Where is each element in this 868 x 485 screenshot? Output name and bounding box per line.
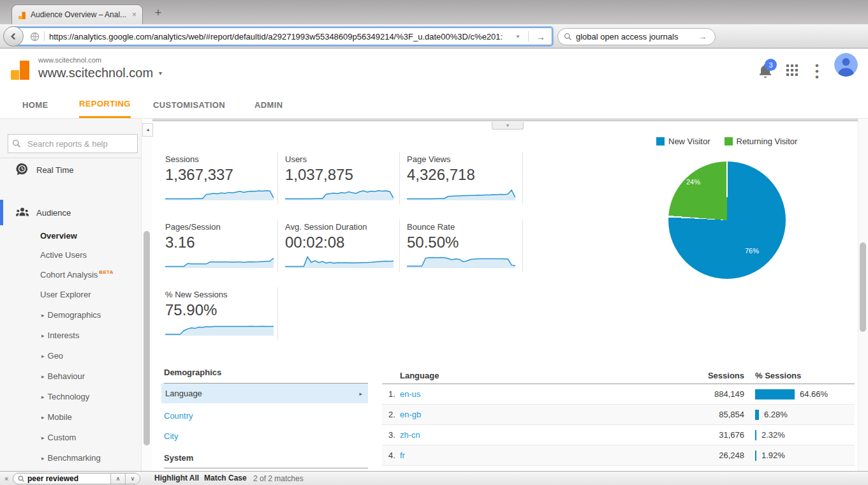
sidebar-item-cohort-analysis[interactable]: Cohort AnalysisBETA <box>40 269 114 280</box>
sidebar-item-custom[interactable]: ▸Custom <box>41 433 76 442</box>
sidebar-scrollbar-thumb[interactable] <box>143 231 150 445</box>
expand-triangle-icon: ▸ <box>41 312 45 318</box>
find-previous-button[interactable]: ∧ <box>110 473 125 484</box>
go-button[interactable]: → <box>533 31 548 42</box>
sidebar-item-geo[interactable]: ▸Geo <box>41 351 63 361</box>
legend-returning-visitor[interactable]: Returning Visitor <box>725 137 798 146</box>
language-link[interactable]: zh-cn <box>400 430 674 440</box>
row-rank: 3. <box>382 430 400 440</box>
notification-count-badge[interactable]: 3 <box>765 59 777 71</box>
account-name: www.scitechnol.com <box>38 56 101 64</box>
panel-expand-button[interactable]: ▼ <box>492 122 524 130</box>
metric-users: Users 1,037,875 <box>278 152 400 204</box>
search-bar[interactable]: global open access journals → <box>557 28 716 45</box>
url-text[interactable]: https://analytics.google.com/analytics/w… <box>49 32 512 41</box>
demographics-item-country[interactable]: Country <box>164 411 193 421</box>
table-row: 1. en-us 884,149 64.66% <box>382 384 855 405</box>
sidebar-item-mobile[interactable]: ▸Mobile <box>41 412 72 422</box>
find-bar: × ∧ ∨ Highlight All Match Case 2 of 2 ma… <box>0 471 868 485</box>
match-case-button[interactable]: Match Case <box>204 474 247 482</box>
sidebar-item-overview[interactable]: Overview <box>40 231 77 241</box>
sidebar-item-real-time[interactable]: Real Time <box>0 157 142 183</box>
new-sessions-sparkline <box>165 322 274 336</box>
browser-tab[interactable]: Audience Overview – Anal... × <box>11 4 143 24</box>
language-link[interactable]: en-gb <box>400 410 674 419</box>
property-selector[interactable]: www.scitechnol.com ▾ <box>38 66 162 80</box>
percent-bar <box>755 430 756 440</box>
metric-label: Sessions <box>165 154 277 164</box>
metric-label: Pages/Session <box>165 222 277 232</box>
percent-bar <box>755 389 795 399</box>
search-go-button[interactable]: → <box>696 32 709 41</box>
language-link[interactable]: en-us <box>400 389 674 399</box>
row-rank: 2. <box>382 410 400 419</box>
google-apps-icon[interactable] <box>786 64 798 79</box>
metric-value: 50.50% <box>407 234 522 251</box>
percent-bar <box>755 451 756 461</box>
sidebar-collapse-button[interactable]: ◂ <box>142 123 153 137</box>
find-next-button[interactable]: ∨ <box>125 473 140 484</box>
url-bar[interactable]: https://analytics.google.com/analytics/w… <box>14 27 552 45</box>
audience-people-icon <box>15 205 30 222</box>
sidebar-item-audience[interactable]: Audience <box>0 200 142 225</box>
expand-triangle-icon: ▸ <box>41 332 45 339</box>
find-close-icon[interactable]: × <box>4 475 8 482</box>
language-table: Language Sessions % Sessions 1. en-us 88… <box>382 368 855 466</box>
nav-customisation[interactable]: CUSTOMISATION <box>153 91 225 118</box>
percent-value: 2.32% <box>761 430 785 440</box>
sidebar-item-behaviour[interactable]: ▸Behaviour <box>41 371 85 381</box>
column-sessions[interactable]: Sessions <box>674 371 744 380</box>
tab-close-icon[interactable]: × <box>132 10 136 19</box>
visitor-type-pie-chart[interactable]: 76% 24% <box>668 161 786 279</box>
bounce-rate-sparkline <box>407 254 515 268</box>
row-rank: 4. <box>382 451 400 460</box>
back-button[interactable] <box>3 26 24 47</box>
sidebar-scrollbar[interactable] <box>142 119 152 471</box>
report-content: ▼ Sessions 1,367,337 Users 1,037,875 Pag… <box>152 119 868 471</box>
sidebar-item-technology[interactable]: ▸Technology <box>41 392 89 401</box>
highlight-all-button[interactable]: Highlight All <box>154 474 199 482</box>
legend-label: Returning Visitor <box>737 137 798 146</box>
new-visitor-swatch <box>656 137 665 146</box>
sidebar-search-icon <box>12 139 21 151</box>
metric-bounce-rate: Bounce Rate 50.50% <box>400 220 523 272</box>
legend-new-visitor[interactable]: New Visitor <box>656 137 710 146</box>
sidebar-item-demographics[interactable]: ▸Demographics <box>41 310 101 320</box>
nav-home[interactable]: HOME <box>22 91 48 118</box>
new-tab-button[interactable]: + <box>151 6 166 20</box>
system-section-title: System <box>164 453 368 468</box>
more-options-kebab-icon[interactable]: ••• <box>814 63 820 80</box>
sidebar-item-user-explorer[interactable]: User Explorer <box>40 290 91 299</box>
nav-reporting[interactable]: REPORTING <box>79 91 131 118</box>
percent-value: 1.92% <box>761 451 785 460</box>
demographics-item-language[interactable]: Language ▸ <box>161 384 368 403</box>
sidebar-item-active-users[interactable]: Active Users <box>40 250 87 260</box>
find-input[interactable] <box>25 474 110 483</box>
table-row: 4. fr 26,248 1.92% <box>382 445 855 466</box>
find-search-icon <box>18 475 25 482</box>
sidebar-item-interests[interactable]: ▸Interests <box>41 331 79 340</box>
sidebar-search-input[interactable] <box>8 134 138 153</box>
pages-session-sparkline <box>165 254 274 268</box>
column-language[interactable]: Language <box>382 371 674 380</box>
page-views-sparkline <box>407 186 515 200</box>
demographics-item-city[interactable]: City <box>164 431 178 441</box>
user-avatar[interactable] <box>834 53 858 77</box>
sessions-value: 26,248 <box>674 451 744 460</box>
column-percent-sessions[interactable]: % Sessions <box>744 371 855 380</box>
demographics-panel: Demographics Language ▸ <box>164 368 368 403</box>
sessions-sparkline <box>165 186 274 200</box>
table-row: 2. en-gb 85,854 6.28% <box>382 405 855 425</box>
page-scrollbar-thumb[interactable] <box>860 243 866 332</box>
nav-admin[interactable]: ADMIN <box>254 91 283 118</box>
sessions-value: 31,676 <box>674 430 744 440</box>
find-match-count: 2 of 2 matches <box>253 474 304 483</box>
analytics-header: www.scitechnol.com www.scitechnol.com ▾ … <box>0 48 868 91</box>
metric-value: 3.16 <box>165 234 277 251</box>
language-link[interactable]: fr <box>400 451 674 460</box>
url-dropdown-icon[interactable]: ▼ <box>512 34 524 40</box>
search-query[interactable]: global open access journals <box>576 32 692 41</box>
metric-value: 00:02:08 <box>285 234 399 251</box>
sidebar-item-benchmarking[interactable]: ▸Benchmarking <box>41 453 101 463</box>
metric-pages-session: Pages/Session 3.16 <box>152 220 278 272</box>
